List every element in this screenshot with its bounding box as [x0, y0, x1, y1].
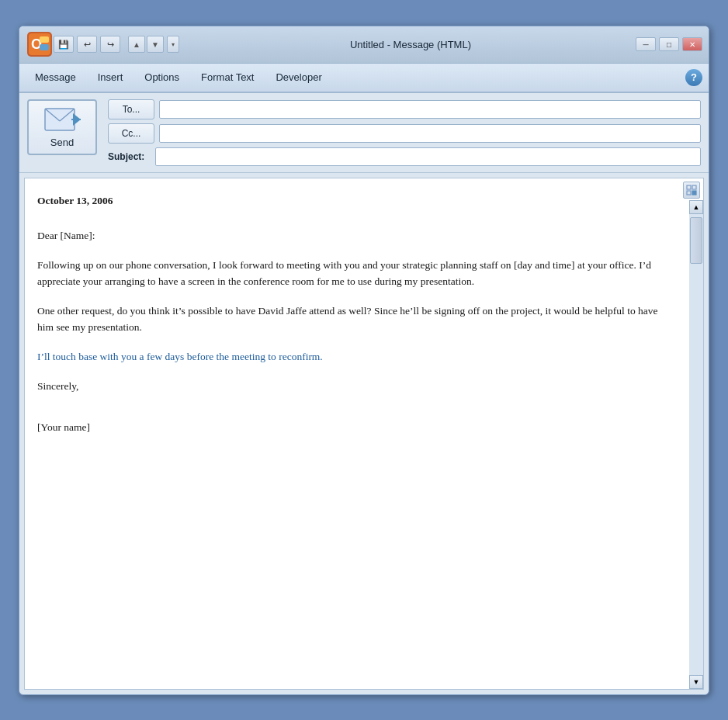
svg-rect-3 — [40, 36, 49, 43]
email-compose-window: O 💾 ↩ ↪ ▲ ▼ ▾ Untitled - Message (HTML) … — [19, 26, 709, 695]
cc-button[interactable]: Cc... — [108, 123, 154, 144]
compose-header: Send To... Cc... Subject: — [19, 93, 709, 173]
help-button[interactable]: ? — [685, 69, 702, 86]
customize-dropdown[interactable]: ▾ — [167, 36, 179, 53]
undo-btn[interactable]: ↩ — [77, 36, 97, 53]
svg-rect-4 — [40, 44, 49, 50]
email-date: October 13, 2006 — [37, 192, 669, 209]
subject-label: Subject: — [108, 151, 151, 162]
subject-input[interactable] — [155, 147, 701, 166]
office-logo-icon: O — [26, 30, 54, 58]
menu-message[interactable]: Message — [26, 68, 85, 86]
scrollbar-thumb[interactable] — [690, 217, 702, 264]
menu-options[interactable]: Options — [135, 68, 189, 86]
svg-rect-13 — [692, 191, 696, 195]
email-signature: [Your name] — [37, 419, 669, 436]
to-row: To... — [108, 99, 701, 119]
send-icon — [43, 106, 81, 133]
email-paragraph-1: Following up on our phone conversation, … — [37, 257, 669, 290]
minimize-button[interactable]: ─ — [636, 37, 656, 51]
redo-btn[interactable]: ↪ — [100, 36, 120, 53]
svg-rect-11 — [692, 185, 696, 189]
window-title: Untitled - Message (HTML) — [185, 39, 636, 50]
email-body[interactable]: October 13, 2006 Dear [Name]: Following … — [25, 178, 689, 450]
scroll-down-arrow[interactable]: ▼ — [689, 675, 703, 689]
subject-row: Subject: — [108, 147, 701, 166]
close-button[interactable]: ✕ — [682, 37, 702, 51]
menu-insert[interactable]: Insert — [88, 68, 133, 86]
email-paragraph-3: I’ll touch base with you a few days befo… — [37, 348, 669, 365]
next-arrow-btn[interactable]: ▼ — [147, 36, 164, 53]
to-input[interactable] — [159, 100, 701, 119]
save-btn[interactable]: 💾 — [54, 36, 74, 53]
send-button[interactable]: Send — [27, 99, 97, 155]
address-fields: To... Cc... Subject: — [108, 99, 701, 166]
scrollbar-groove — [689, 214, 703, 675]
cc-input[interactable] — [159, 124, 701, 143]
maximize-button[interactable]: □ — [659, 37, 679, 51]
quick-access-toolbar: 💾 ↩ ↪ — [54, 36, 120, 53]
arrow-controls: ▲ ▼ — [128, 36, 164, 53]
email-salutation: Dear [Name]: — [37, 227, 669, 244]
email-paragraph-2: One other request, do you think it’s pos… — [37, 303, 669, 336]
menu-developer[interactable]: Developer — [266, 68, 331, 86]
window-controls: ─ □ ✕ — [636, 37, 702, 51]
cc-row: Cc... — [108, 123, 701, 144]
menu-format-text[interactable]: Format Text — [192, 68, 263, 86]
email-closing: Sincerely, — [37, 378, 669, 395]
title-bar: O 💾 ↩ ↪ ▲ ▼ ▾ Untitled - Message (HTML) … — [19, 26, 709, 64]
scrollbar[interactable]: ▲ ▼ — [689, 200, 703, 689]
email-body-container[interactable]: ▲ ▼ October 13, 2006 Dear [Name]: Follow… — [24, 178, 704, 690]
prev-arrow-btn[interactable]: ▲ — [128, 36, 145, 53]
scroll-up-arrow[interactable]: ▲ — [689, 200, 703, 214]
menu-bar: Message Insert Options Format Text Devel… — [19, 64, 709, 93]
svg-rect-10 — [687, 185, 691, 189]
svg-rect-12 — [687, 191, 691, 195]
send-label: Send — [50, 137, 74, 148]
expand-icon[interactable] — [683, 182, 700, 199]
to-button[interactable]: To... — [108, 99, 154, 119]
